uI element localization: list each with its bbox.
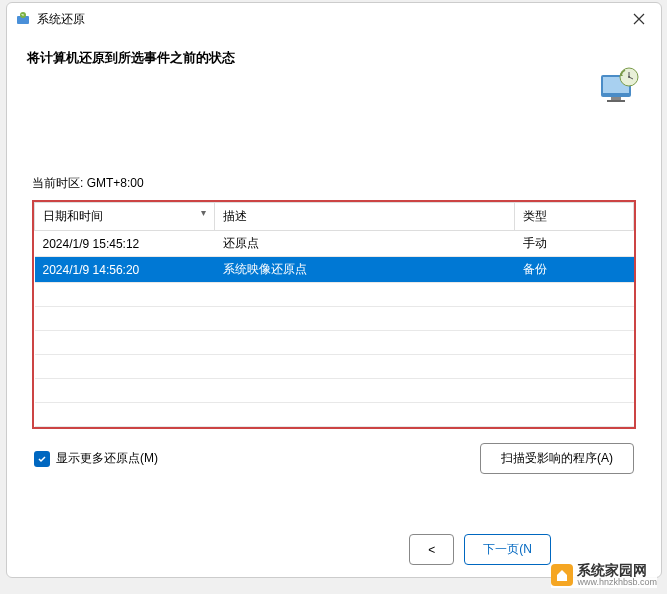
close-button[interactable]	[625, 5, 653, 33]
titlebar: 系统还原	[7, 3, 661, 35]
table-row	[35, 283, 634, 307]
table-header-row: 日期和时间 ▾ 描述 类型	[35, 203, 634, 231]
system-restore-dialog: 系统还原 将计算机还原到所选事件之前的状态 当前时区: GMT+8:00	[6, 2, 662, 578]
table-row[interactable]: 2024/1/9 15:45:12 还原点 手动	[35, 231, 634, 257]
sort-indicator-icon: ▾	[201, 207, 206, 218]
window-title: 系统还原	[37, 11, 625, 28]
header-section: 将计算机还原到所选事件之前的状态	[7, 35, 661, 115]
watermark-logo-icon	[551, 564, 573, 586]
next-button[interactable]: 下一页(N	[464, 534, 551, 565]
checkbox-icon	[34, 451, 50, 467]
wizard-footer: < 下一页(N	[409, 534, 551, 565]
svg-rect-4	[611, 97, 621, 100]
table-row	[35, 379, 634, 403]
watermark-url: www.hnzkhbsb.com	[577, 578, 657, 588]
table-row	[35, 403, 634, 427]
header-date[interactable]: 日期和时间 ▾	[35, 203, 215, 231]
restore-monitor-icon	[597, 65, 641, 108]
system-restore-icon	[15, 11, 31, 27]
scan-affected-button[interactable]: 扫描受影响的程序(A)	[480, 443, 634, 474]
restore-points-table: 日期和时间 ▾ 描述 类型 2024/1/9 15:45:12 还原点 手动	[34, 202, 634, 427]
show-more-checkbox[interactable]: 显示更多还原点(M)	[34, 450, 158, 467]
watermark-name: 系统家园网	[577, 562, 647, 578]
svg-rect-5	[607, 100, 625, 102]
table-row	[35, 331, 634, 355]
checkbox-label: 显示更多还原点(M)	[56, 450, 158, 467]
back-button[interactable]: <	[409, 534, 454, 565]
table-row	[35, 307, 634, 331]
header-desc[interactable]: 描述	[215, 203, 515, 231]
table-row[interactable]: 2024/1/9 14:56:20 系统映像还原点 备份	[35, 257, 634, 283]
options-row: 显示更多还原点(M) 扫描受影响的程序(A)	[32, 443, 636, 474]
watermark: 系统家园网 www.hnzkhbsb.com	[551, 563, 657, 588]
restore-points-table-wrapper: 日期和时间 ▾ 描述 类型 2024/1/9 15:45:12 还原点 手动	[32, 200, 636, 429]
page-title: 将计算机还原到所选事件之前的状态	[27, 49, 641, 67]
table-row	[35, 355, 634, 379]
content-area: 当前时区: GMT+8:00 日期和时间 ▾ 描述 类型 2024/1/9	[7, 175, 661, 474]
header-type[interactable]: 类型	[515, 203, 634, 231]
timezone-label: 当前时区: GMT+8:00	[32, 175, 636, 192]
